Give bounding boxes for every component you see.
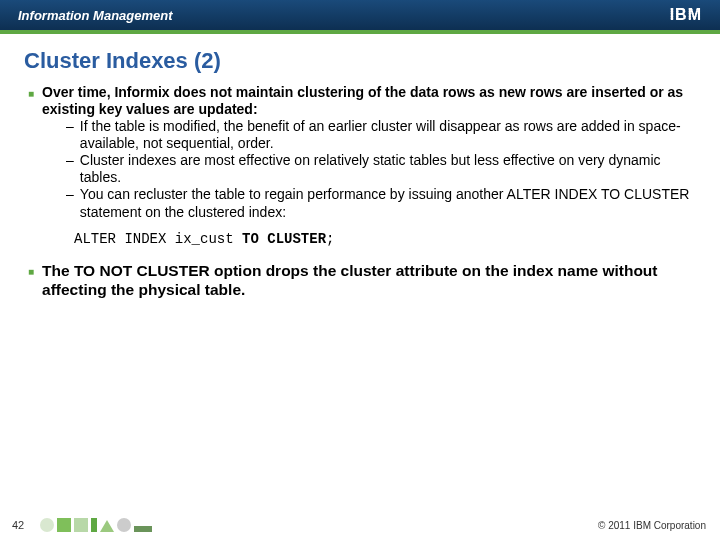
dash-icon: – — [66, 118, 74, 152]
code-block: ALTER INDEX ix_cust TO CLUSTER; — [74, 231, 692, 248]
page-title: Cluster Indexes (2) — [0, 34, 720, 84]
slide-content: ■ Over time, Informix does not maintain … — [0, 84, 720, 300]
header-brand: Information Management — [18, 8, 173, 23]
bullet-1-sub-1-text: If the table is modified, the benefit of… — [80, 118, 692, 152]
footer-decoration — [40, 518, 152, 532]
copyright-text: © 2011 IBM Corporation — [598, 520, 706, 531]
code-keyword: TO CLUSTER — [242, 231, 326, 247]
decor-bar-icon — [91, 518, 97, 532]
decor-square-icon — [74, 518, 88, 532]
bullet-icon: ■ — [28, 266, 34, 300]
header-bar: Information Management IBM — [0, 0, 720, 30]
bullet-1-sub-1: – If the table is modified, the benefit … — [66, 118, 692, 152]
dash-icon: – — [66, 186, 74, 220]
bullet-1: ■ Over time, Informix does not maintain … — [28, 84, 692, 221]
code-part-3: ; — [326, 231, 334, 247]
bullet-1-sub-2-text: Cluster indexes are most effective on re… — [80, 152, 692, 186]
decor-bar-icon — [134, 526, 152, 532]
bullet-1-sub-2: – Cluster indexes are most effective on … — [66, 152, 692, 186]
decor-circle-icon — [117, 518, 131, 532]
bullet-2-keyword: TO NOT CLUSTER — [74, 262, 210, 279]
bullet-2: ■ The TO NOT CLUSTER option drops the cl… — [28, 262, 692, 300]
decor-triangle-icon — [100, 520, 114, 532]
bullet-1-lead: Over time, Informix does not maintain cl… — [42, 84, 692, 118]
decor-square-icon — [57, 518, 71, 532]
page-number: 42 — [12, 519, 24, 531]
bullet-2-pre: The — [42, 262, 74, 279]
bullet-1-sub-3: – You can recluster the table to regain … — [66, 186, 692, 220]
decor-circle-icon — [40, 518, 54, 532]
bullet-icon: ■ — [28, 88, 34, 221]
ibm-logo: IBM — [670, 6, 702, 24]
code-part-1: ALTER INDEX ix_cust — [74, 231, 242, 247]
dash-icon: – — [66, 152, 74, 186]
ibm-logo-text: IBM — [670, 6, 702, 24]
bullet-1-sub-3-text: You can recluster the table to regain pe… — [80, 186, 692, 220]
footer: 42 © 2011 IBM Corporation — [0, 512, 720, 540]
